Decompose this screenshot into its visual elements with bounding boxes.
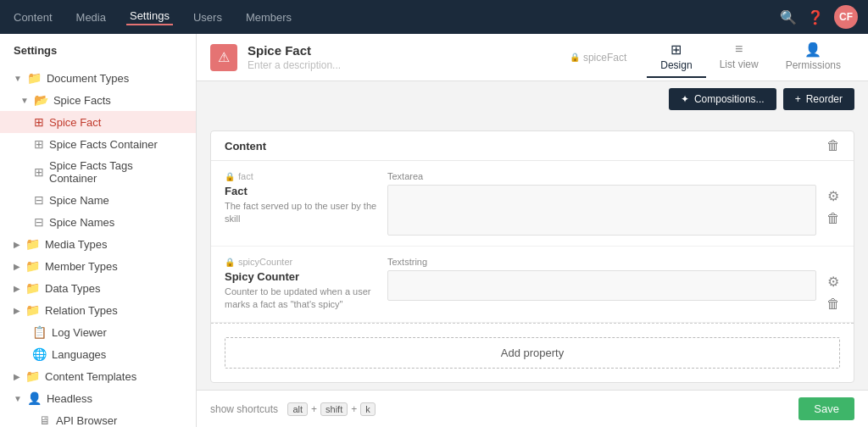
chevron-right-icon: ▶ <box>14 240 20 249</box>
doc-icon: ⊟ <box>34 193 44 207</box>
sidebar-item-media-types[interactable]: ▶ 📁 Media Types <box>0 233 196 255</box>
sidebar-item-log-viewer[interactable]: 📋 Log Viewer <box>0 321 196 343</box>
nav-item-content[interactable]: Content <box>10 11 56 24</box>
sidebar-label-spice-names: Spice Names <box>49 216 114 229</box>
doc-icon: ⊞ <box>34 165 44 179</box>
sidebar-item-spice-facts-container[interactable]: ⊞ Spice Facts Container <box>0 133 196 155</box>
nav-item-media[interactable]: Media <box>73 11 109 24</box>
lock-icon: 🔒 <box>225 258 235 267</box>
sidebar-item-headless[interactable]: ▼ 👤 Headless <box>0 387 196 409</box>
footer: show shortcuts alt + shift + k Save <box>197 390 868 427</box>
sidebar-item-languages[interactable]: 🌐 Languages <box>0 343 196 365</box>
sidebar-label-member-types: Member Types <box>45 260 118 273</box>
tab-design[interactable]: ⊞ Design <box>647 36 705 78</box>
sidebar-label-api-browser: API Browser <box>56 414 117 427</box>
plus-1: + <box>311 403 317 415</box>
content-card-title: Content <box>225 140 266 152</box>
sidebar-title: Settings <box>0 34 196 67</box>
save-button[interactable]: Save <box>798 397 854 420</box>
chevron-right-icon: ▶ <box>14 306 20 315</box>
folder-icon: 📁 <box>25 237 40 251</box>
prop-type-spicy-counter: Textstring <box>387 257 816 267</box>
user-avatar[interactable]: CF <box>834 5 858 29</box>
property-row-fact: 🔒 fact Fact The fact served up to the us… <box>211 161 854 247</box>
key-shift: shift <box>320 402 348 416</box>
sidebar-label-relation-types: Relation Types <box>45 304 118 317</box>
sidebar-label-data-types: Data Types <box>45 282 101 295</box>
spicy-counter-delete-button[interactable]: 🗑 <box>826 297 840 312</box>
chevron-right-icon: ▶ <box>14 372 20 381</box>
tab-list-view[interactable]: ≡ List view <box>706 36 772 78</box>
sidebar-item-spice-names[interactable]: ⊟ Spice Names <box>0 211 196 233</box>
spicy-counter-input[interactable] <box>387 270 816 301</box>
doc-type-icon: ⚠ <box>210 44 237 71</box>
sidebar-label-content-templates: Content Templates <box>45 370 136 383</box>
prop-alias-fact: fact <box>238 171 253 181</box>
sidebar-label-document-types: Document Types <box>47 72 129 85</box>
compositions-button[interactable]: ✦ Compositions... <box>669 88 776 110</box>
reorder-label: Reorder <box>806 93 843 105</box>
key-alt: alt <box>287 402 308 416</box>
add-property-button[interactable]: Add property <box>225 337 840 369</box>
chevron-right-icon: ▶ <box>14 284 20 293</box>
folder-icon: 📁 <box>25 303 40 317</box>
sidebar-item-spice-facts-tags-container[interactable]: ⊞ Spice Facts Tags Container <box>0 155 196 189</box>
help-icon[interactable]: ❓ <box>807 9 824 25</box>
sidebar-item-document-types[interactable]: ▼ 📁 Document Types <box>0 67 196 89</box>
prop-name-spicy-counter: Spicy Counter <box>225 270 377 283</box>
fact-delete-button[interactable]: 🗑 <box>826 211 840 226</box>
prop-type-fact: Textarea <box>387 171 816 181</box>
main-layout: Settings ▼ 📁 Document Types ▼ 📂 Spice Fa… <box>0 34 868 427</box>
sidebar-item-spice-fact[interactable]: ⊞ Spice Fact <box>0 111 196 133</box>
design-icon: ⊞ <box>670 42 682 58</box>
sidebar-item-member-types[interactable]: ▶ 📁 Member Types <box>0 255 196 277</box>
log-icon: 📋 <box>32 325 47 339</box>
chevron-right-icon: ▶ <box>14 262 20 271</box>
spicy-counter-settings-button[interactable]: ⚙ <box>827 274 839 290</box>
prop-alias-spicy-counter: spicyCounter <box>238 257 292 267</box>
compositions-icon: ✦ <box>681 93 689 105</box>
chevron-down-icon: ▼ <box>14 394 22 403</box>
doc-icon: ⊞ <box>34 137 44 151</box>
reorder-button[interactable]: + Reorder <box>783 88 854 110</box>
sidebar-label-languages: Languages <box>52 348 106 361</box>
nav-item-settings[interactable]: Settings <box>126 9 173 25</box>
content-area: ⚠ Spice Fact Enter a description... 🔒 sp… <box>197 34 868 427</box>
sidebar-item-spice-name[interactable]: ⊟ Spice Name <box>0 189 196 211</box>
content-card-header: Content 🗑 <box>211 131 854 161</box>
content-card: Content 🗑 🔒 fact Fact The fact served up… <box>210 130 854 383</box>
sidebar-item-api-browser[interactable]: 🖥 API Browser <box>0 409 196 427</box>
add-property-row: Add property <box>211 323 854 382</box>
delete-section-button[interactable]: 🗑 <box>826 138 840 153</box>
api-icon: 🖥 <box>39 413 51 427</box>
tab-permissions[interactable]: 👤 Permissions <box>772 36 854 78</box>
nav-item-members[interactable]: Members <box>242 11 295 24</box>
nav-item-users[interactable]: Users <box>190 11 225 24</box>
sidebar-item-relation-types[interactable]: ▶ 📁 Relation Types <box>0 299 196 321</box>
chevron-down-icon: ▼ <box>14 74 22 83</box>
sidebar-item-spice-facts[interactable]: ▼ 📂 Spice Facts <box>0 89 196 111</box>
sidebar-label-headless: Headless <box>47 392 92 405</box>
sidebar-label-spice-facts: Spice Facts <box>53 94 111 107</box>
top-nav: Content Media Settings Users Members 🔍 ❓… <box>0 0 868 34</box>
lock-icon: 🔒 <box>225 172 235 181</box>
doc-header: ⚠ Spice Fact Enter a description... 🔒 sp… <box>197 34 868 81</box>
editor-area: Content 🗑 🔒 fact Fact The fact served up… <box>197 117 868 390</box>
key-k: k <box>360 402 376 416</box>
property-row-spicy-counter: 🔒 spicyCounter Spicy Counter Counter to … <box>211 247 854 323</box>
folder-icon: 📁 <box>25 369 40 383</box>
tab-permissions-label: Permissions <box>786 59 841 71</box>
sidebar-label-spice-facts-container: Spice Facts Container <box>49 138 158 151</box>
sidebar-item-content-templates[interactable]: ▶ 📁 Content Templates <box>0 365 196 387</box>
folder-icon: 📁 <box>25 259 40 273</box>
fact-settings-button[interactable]: ⚙ <box>827 188 839 204</box>
folder-icon: 📁 <box>25 281 40 295</box>
search-icon[interactable]: 🔍 <box>780 9 797 25</box>
doc-alias: 🔒 spiceFact <box>570 52 626 64</box>
plus-2: + <box>351 403 357 415</box>
folder-icon: 📁 <box>27 71 42 85</box>
fact-textarea[interactable] <box>387 185 816 236</box>
toolbar: ✦ Compositions... + Reorder <box>197 81 868 117</box>
sidebar-item-data-types[interactable]: ▶ 📁 Data Types <box>0 277 196 299</box>
doc-description[interactable]: Enter a description... <box>248 59 559 71</box>
